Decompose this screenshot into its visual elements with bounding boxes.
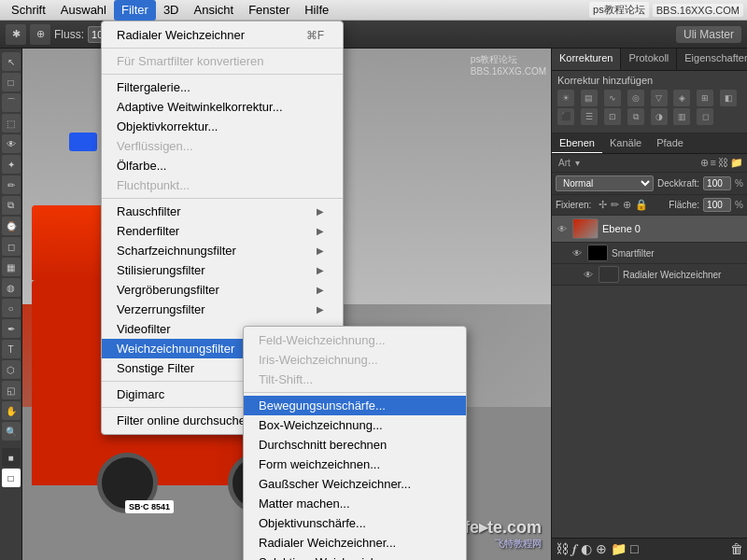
- layer-style-btn[interactable]: 𝒇: [572, 541, 577, 557]
- watermark-top2: BBS.16XXG.COM: [653, 4, 743, 17]
- layer-bottom-controls: ⛓ 𝒇 ◐ ⊕ 📁 □ 🗑: [552, 538, 747, 560]
- corr-invert[interactable]: ⊡: [604, 108, 621, 125]
- tool-blur[interactable]: ◍: [2, 278, 21, 297]
- tool-fg-color[interactable]: ■: [2, 448, 21, 467]
- menu-ansicht[interactable]: Ansicht: [187, 0, 242, 21]
- tool-pen[interactable]: ✒: [2, 319, 21, 338]
- tool-icon-1[interactable]: ✱: [6, 24, 26, 45]
- tab-ebenen[interactable]: Ebenen: [552, 133, 602, 153]
- tool-dodge[interactable]: ○: [2, 299, 21, 317]
- corr-color[interactable]: ◈: [673, 90, 690, 106]
- sublayer-eye-smartfilter[interactable]: 👁: [571, 246, 584, 259]
- fix-move-icon[interactable]: ✢: [599, 199, 607, 211]
- opacity-input[interactable]: [703, 176, 731, 190]
- layers-tabs: Ebenen Kanäle Pfade: [552, 133, 747, 154]
- tool-move[interactable]: ↖: [2, 52, 21, 71]
- tool-brush[interactable]: ✏: [2, 175, 21, 194]
- wm-sub-text: 飞特教程网: [464, 538, 542, 551]
- menu-hilfe[interactable]: Hilfe: [297, 0, 336, 21]
- truck-wheel-rear: [228, 453, 289, 513]
- layer-adj-btn[interactable]: ⊕: [596, 541, 607, 557]
- layer-link-icon[interactable]: ⛓: [718, 157, 728, 169]
- toolbar: ✱ ⊕ Fluss: Uli Master: [0, 21, 747, 49]
- user-label: Uli Master: [676, 26, 741, 43]
- tab-pfade[interactable]: Pfade: [649, 133, 691, 153]
- tab-korrekturen[interactable]: Korrekturen: [552, 49, 621, 70]
- tool-crop[interactable]: ⬚: [2, 114, 21, 133]
- corr-curves[interactable]: ∿: [604, 90, 621, 106]
- tool-history[interactable]: ⌚: [2, 217, 21, 235]
- tool-gradient[interactable]: ▦: [2, 258, 21, 276]
- corr-levels[interactable]: ▤: [581, 90, 598, 106]
- tool-zoom[interactable]: 🔍: [2, 422, 21, 441]
- truck-body: [32, 280, 331, 485]
- flaeche-input[interactable]: [703, 198, 731, 212]
- layer-link-btn[interactable]: ⛓: [556, 541, 569, 557]
- tool-eraser[interactable]: ◻: [2, 237, 21, 256]
- fixieren-label: Fixieren:: [556, 200, 591, 210]
- fix-paint-icon[interactable]: ✏: [611, 199, 619, 211]
- menu-3d[interactable]: 3D: [156, 0, 187, 21]
- fix-artboard-icon[interactable]: ⊕: [623, 199, 631, 211]
- tool-hand[interactable]: ✋: [2, 401, 21, 420]
- corr-post[interactable]: ⧉: [627, 108, 644, 125]
- layer-new-btn[interactable]: □: [630, 541, 638, 557]
- corr-photo[interactable]: ⬛: [557, 108, 574, 125]
- canvas-area: SB·C 8541 ps教程论坛 BBS.16XXG.COM fe▸te.com…: [22, 49, 551, 560]
- flux-input[interactable]: [88, 26, 125, 43]
- blend-mode-select[interactable]: Normal: [556, 175, 654, 191]
- layer-delete-btn[interactable]: 🗑: [730, 541, 743, 557]
- art-arrow[interactable]: ▾: [575, 158, 580, 168]
- sublayer-name-radialer: Radialer Weichzeichner: [623, 270, 721, 280]
- layer-eye-ebene0[interactable]: 👁: [556, 222, 569, 235]
- tool-path[interactable]: ⬡: [2, 360, 21, 379]
- tool-bg-color[interactable]: □: [2, 469, 21, 487]
- menu-auswahl[interactable]: Auswahl: [53, 0, 114, 21]
- layer-mask-btn[interactable]: ◐: [581, 541, 592, 557]
- corr-brightness[interactable]: ☀: [557, 90, 574, 106]
- wm-line1: ps教程论坛: [471, 53, 546, 66]
- layers-blend-toolbar: Art ▾ ⊕ ≡ ⛓ 📁: [552, 154, 747, 173]
- tool-icon-2[interactable]: ⊕: [30, 24, 50, 45]
- tool-select[interactable]: □: [2, 73, 21, 91]
- tool-heal[interactable]: ✦: [2, 155, 21, 174]
- tool-eye[interactable]: 👁: [2, 134, 21, 153]
- layer-options-icon[interactable]: ≡: [711, 157, 716, 169]
- truck-cab: [32, 205, 181, 280]
- menu-fenster[interactable]: Fenster: [241, 0, 297, 21]
- menu-bar-right: ps教程论坛 BBS.16XXG.COM: [589, 2, 743, 18]
- layer-add-icon[interactable]: ⊕: [700, 157, 709, 169]
- fixieren-row: Fixieren: ✢ ✏ ⊕ 🔒 Fläche: %: [552, 195, 747, 216]
- wm-line2: BBS.16XXG.COM: [471, 66, 546, 77]
- sublayer-radialer: 👁 Radialer Weichzeichner: [552, 264, 747, 286]
- tool-text[interactable]: T: [2, 340, 21, 358]
- corr-hue[interactable]: ▽: [651, 90, 668, 106]
- tool-clone[interactable]: ⧉: [2, 196, 21, 215]
- tool-shape[interactable]: ◱: [2, 381, 21, 399]
- fix-lock-icon[interactable]: 🔒: [635, 199, 648, 211]
- tab-protokoll[interactable]: Protokoll: [621, 49, 677, 70]
- opacity-percent: %: [735, 178, 743, 189]
- corr-balance[interactable]: ⊞: [697, 90, 713, 106]
- flaeche-percent: %: [735, 200, 743, 210]
- corr-exposure[interactable]: ◎: [627, 90, 644, 106]
- menu-filter[interactable]: Filter: [114, 0, 156, 21]
- tool-lasso[interactable]: ⌒: [2, 93, 21, 112]
- corr-channel[interactable]: ☰: [581, 108, 598, 125]
- tab-eigenschaften[interactable]: Eigenschaften: [677, 49, 747, 70]
- layer-folder-icon[interactable]: 📁: [730, 157, 743, 169]
- watermark-top-right: ps教程论坛 BBS.16XXG.COM: [471, 53, 546, 77]
- sublayer-eye-radialer[interactable]: 👁: [582, 268, 595, 281]
- tab-kanaele[interactable]: Kanäle: [602, 133, 649, 153]
- corr-gradient[interactable]: ▥: [673, 108, 690, 125]
- layer-icons: ⊕ ≡ ⛓ 📁: [700, 157, 743, 169]
- menu-schrift[interactable]: Schrift: [4, 0, 53, 21]
- corr-bw[interactable]: ◧: [720, 90, 737, 106]
- panel-tabs: Korrekturen Protokoll Eigenschaften »: [552, 49, 747, 71]
- corr-sel-color[interactable]: ◻: [697, 108, 713, 125]
- wm-main-text: fe▸te.com: [464, 517, 542, 538]
- corr-threshold[interactable]: ◑: [651, 108, 668, 125]
- watermark-top: ps教程论坛: [589, 2, 649, 18]
- truck-light-blue: [69, 133, 97, 151]
- layer-group-btn[interactable]: 📁: [611, 541, 627, 557]
